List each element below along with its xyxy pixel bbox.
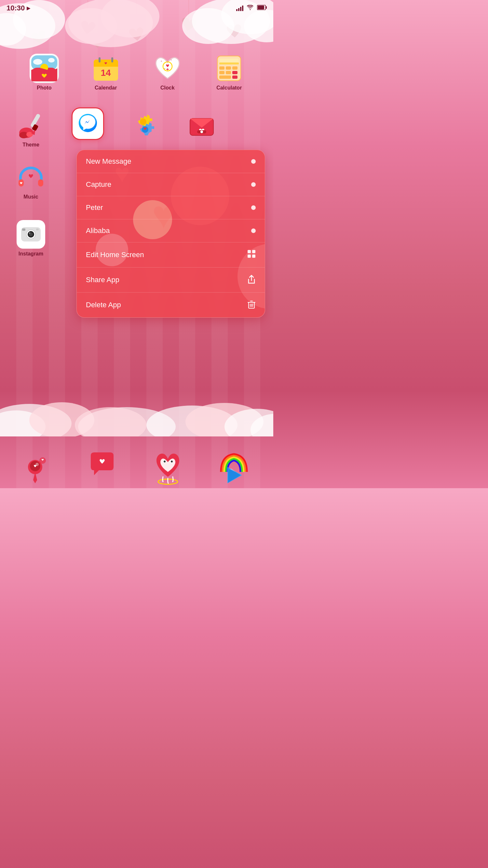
svg-rect-2 — [258, 5, 264, 9]
svg-rect-63 — [38, 179, 43, 186]
menu-item-alibaba[interactable]: Alibaba — [77, 219, 265, 243]
svg-point-23 — [33, 59, 42, 65]
battery-icon — [257, 5, 267, 11]
edit-home-screen-icon — [247, 250, 256, 260]
svg-rect-43 — [232, 66, 237, 70]
new-message-label: New Message — [86, 157, 131, 166]
svg-marker-101 — [228, 468, 241, 483]
svg-point-61 — [200, 130, 203, 133]
svg-rect-72 — [248, 250, 251, 253]
app-clock[interactable]: Clock — [139, 54, 196, 91]
clock-label: Clock — [160, 85, 175, 91]
status-icons — [236, 5, 267, 11]
menu-item-share-app[interactable]: Share App — [77, 268, 265, 292]
status-bar: 10:30 ▶ — [0, 0, 273, 16]
capture-icon — [251, 182, 256, 187]
edit-home-screen-label: Edit Home Screen — [86, 251, 144, 259]
app-settings[interactable] — [129, 112, 158, 141]
dock-chat[interactable] — [88, 449, 117, 485]
menu-item-edit-home-screen[interactable]: Edit Home Screen — [77, 243, 265, 268]
capture-label: Capture — [86, 180, 111, 189]
context-menu: ♥ ♥ New Message Capture Peter Alibaba Ed… — [76, 150, 265, 318]
delete-app-icon — [247, 300, 256, 310]
svg-rect-46 — [232, 71, 237, 74]
calculator-label: Calculator — [216, 85, 242, 91]
photo-label: Photo — [37, 85, 52, 91]
app-music[interactable]: Music — [16, 163, 45, 200]
app-email[interactable] — [187, 112, 216, 141]
svg-text:14: 14 — [100, 68, 111, 78]
theme-label: Theme — [23, 142, 39, 148]
svg-rect-75 — [252, 254, 255, 258]
svg-rect-1 — [266, 6, 267, 9]
svg-point-69 — [29, 232, 30, 234]
svg-point-32 — [170, 59, 172, 61]
svg-rect-45 — [226, 71, 231, 74]
menu-item-new-message[interactable]: New Message — [77, 150, 265, 173]
svg-rect-29 — [111, 57, 113, 62]
svg-rect-41 — [219, 66, 225, 70]
app-instagram[interactable]: Instagram — [16, 220, 45, 257]
svg-rect-40 — [219, 62, 239, 64]
instagram-label: Instagram — [19, 251, 43, 257]
signal-icon — [236, 5, 243, 11]
svg-rect-74 — [248, 254, 251, 258]
svg-rect-71 — [22, 228, 25, 231]
calendar-label: Calendar — [95, 85, 117, 91]
dock-maps[interactable] — [25, 449, 51, 485]
menu-item-peter[interactable]: Peter — [77, 196, 265, 219]
bottom-dock — [0, 430, 273, 488]
menu-item-delete-app[interactable]: Delete App — [77, 292, 265, 317]
alibaba-label: Alibaba — [86, 226, 110, 235]
svg-rect-48 — [232, 75, 237, 79]
music-label: Music — [24, 194, 38, 200]
dock-heart-monster[interactable] — [153, 449, 183, 485]
app-calendar[interactable]: 14 Calendar — [78, 54, 134, 91]
svg-rect-28 — [99, 57, 100, 62]
peter-icon — [251, 205, 256, 210]
svg-rect-70 — [36, 228, 39, 230]
alibaba-icon — [251, 228, 256, 233]
svg-point-99 — [171, 461, 173, 463]
app-messenger[interactable] — [72, 107, 104, 140]
navigation-arrow-icon: ▶ — [27, 5, 30, 11]
wifi-icon — [247, 5, 254, 11]
svg-point-24 — [48, 58, 55, 62]
app-row-1: Photo 14 Calendar — [16, 54, 257, 91]
svg-rect-73 — [252, 250, 255, 253]
svg-rect-42 — [226, 66, 231, 70]
svg-rect-47 — [219, 75, 231, 79]
svg-rect-44 — [219, 71, 225, 74]
app-photo[interactable]: Photo — [16, 54, 72, 91]
app-calculator[interactable]: Calculator — [201, 54, 257, 91]
app-theme[interactable]: Theme — [16, 111, 45, 148]
share-app-label: Share App — [86, 276, 120, 284]
time-display: 10:30 — [6, 4, 25, 12]
svg-point-56 — [140, 119, 147, 125]
status-time: 10:30 ▶ — [6, 4, 30, 12]
peter-label: Peter — [86, 204, 103, 212]
delete-app-label: Delete App — [86, 301, 121, 309]
svg-point-31 — [161, 61, 162, 62]
dock-play[interactable] — [219, 449, 249, 485]
menu-item-capture[interactable]: Capture — [77, 173, 265, 196]
share-app-icon — [247, 275, 256, 285]
new-message-icon — [251, 159, 256, 164]
svg-point-98 — [164, 461, 166, 463]
